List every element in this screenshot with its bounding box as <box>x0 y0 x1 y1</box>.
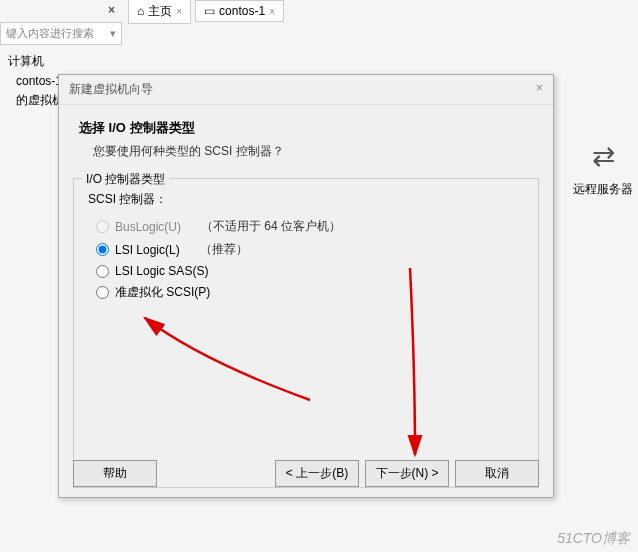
back-button[interactable]: < 上一步(B) <box>275 460 359 487</box>
watermark: 51CTO博客 <box>557 530 630 548</box>
dialog-titlebar: 新建虚拟机向导 × <box>59 75 553 105</box>
transfer-icon: ⇄ <box>573 140 633 173</box>
dialog-buttons: 帮助 < 上一步(B) 下一步(N) > 取消 <box>59 460 553 487</box>
remote-server-label: 远程服务器 <box>573 182 633 196</box>
tab-file-label: contos-1 <box>219 4 265 18</box>
scsi-label: SCSI 控制器： <box>88 191 524 208</box>
radio-buslogic-input <box>96 220 109 233</box>
radio-buslogic: BusLogic(U) （不适用于 64 位客户机） <box>96 218 524 235</box>
radio-paravirt-input[interactable] <box>96 286 109 299</box>
radio-lsisas-input[interactable] <box>96 265 109 278</box>
tab-bar: ⌂ 主页 × ▭ contos-1 × <box>128 0 288 22</box>
new-vm-wizard-dialog: 新建虚拟机向导 × 选择 I/O 控制器类型 您要使用何种类型的 SCSI 控制… <box>58 74 554 498</box>
tab-home[interactable]: ⌂ 主页 × <box>128 0 191 24</box>
help-button[interactable]: 帮助 <box>73 460 157 487</box>
io-controller-group: I/O 控制器类型 SCSI 控制器： BusLogic(U) （不适用于 64… <box>73 178 539 488</box>
dropdown-icon: ▾ <box>110 27 116 40</box>
document-icon: ▭ <box>204 4 215 18</box>
dialog-subheading: 您要使用何种类型的 SCSI 控制器？ <box>79 143 533 160</box>
radio-paravirt-label: 准虚拟化 SCSI(P) <box>115 284 210 301</box>
radio-buslogic-hint: （不适用于 64 位客户机） <box>201 218 341 235</box>
cancel-button[interactable]: 取消 <box>455 460 539 487</box>
tabbar-close-icon[interactable]: × <box>108 3 115 17</box>
radio-buslogic-label: BusLogic(U) <box>115 220 181 234</box>
dialog-close-button[interactable]: × <box>536 81 543 98</box>
radio-paravirt[interactable]: 准虚拟化 SCSI(P) <box>96 284 524 301</box>
next-button[interactable]: 下一步(N) > <box>365 460 449 487</box>
group-title: I/O 控制器类型 <box>82 171 169 188</box>
remote-server-tile[interactable]: ⇄ 远程服务器 <box>573 140 633 198</box>
tab-file[interactable]: ▭ contos-1 × <box>195 0 284 22</box>
radio-lsisas[interactable]: LSI Logic SAS(S) <box>96 264 524 278</box>
radio-lsi-label: LSI Logic(L) <box>115 243 180 257</box>
radio-lsisas-label: LSI Logic SAS(S) <box>115 264 208 278</box>
dialog-title-text: 新建虚拟机向导 <box>69 81 153 98</box>
radio-lsi-hint: （推荐） <box>200 241 248 258</box>
search-input[interactable]: 键入内容进行搜索 ▾ <box>0 22 122 45</box>
tab-home-label: 主页 <box>148 3 172 20</box>
search-placeholder: 键入内容进行搜索 <box>6 26 94 41</box>
tree-root[interactable]: 计算机 <box>0 51 122 72</box>
radio-lsi[interactable]: LSI Logic(L) （推荐） <box>96 241 524 258</box>
home-icon: ⌂ <box>137 4 144 18</box>
dialog-heading: 选择 I/O 控制器类型 <box>79 119 533 137</box>
dialog-header: 选择 I/O 控制器类型 您要使用何种类型的 SCSI 控制器？ <box>59 105 553 170</box>
close-icon[interactable]: × <box>176 6 182 17</box>
radio-lsi-input[interactable] <box>96 243 109 256</box>
close-icon[interactable]: × <box>269 6 275 17</box>
